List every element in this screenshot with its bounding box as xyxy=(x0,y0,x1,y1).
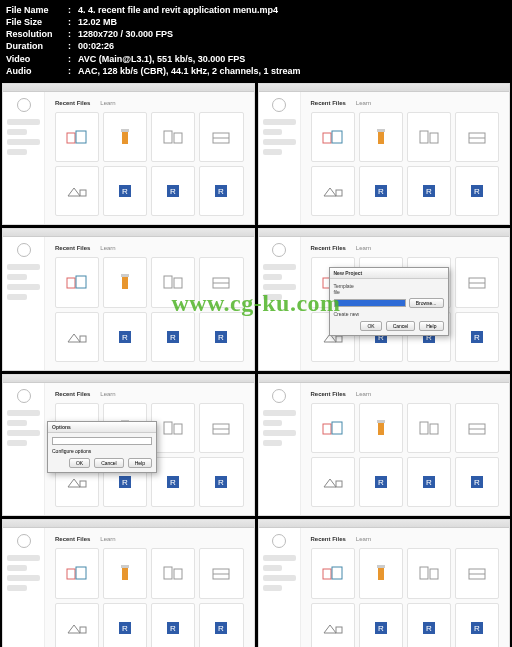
template-dropdown[interactable] xyxy=(334,299,406,307)
svg-marker-8 xyxy=(68,188,80,196)
svg-rect-36 xyxy=(164,276,172,288)
svg-rect-35 xyxy=(121,274,129,277)
svg-rect-20 xyxy=(420,131,428,143)
svg-rect-19 xyxy=(377,129,385,132)
svg-rect-16 xyxy=(323,133,331,143)
svg-text:R: R xyxy=(426,187,432,196)
svg-marker-88 xyxy=(324,479,336,487)
svg-rect-96 xyxy=(67,569,75,579)
ok-button[interactable]: OK xyxy=(69,458,90,468)
tile-sample-arch[interactable] xyxy=(55,112,99,162)
dialog-title: Options xyxy=(48,422,156,433)
svg-text:R: R xyxy=(426,624,432,633)
svg-marker-104 xyxy=(68,625,80,633)
tile-sample-systems[interactable] xyxy=(151,112,195,162)
video-label: Video xyxy=(6,53,68,65)
svg-text:R: R xyxy=(170,478,176,487)
svg-text:R: R xyxy=(474,624,480,633)
svg-rect-1 xyxy=(76,131,86,143)
frame-6: Recent FilesLearn R R R xyxy=(258,374,511,517)
svg-text:R: R xyxy=(170,187,176,196)
svg-rect-121 xyxy=(336,627,342,633)
svg-rect-82 xyxy=(378,421,384,435)
svg-text:R: R xyxy=(426,478,432,487)
sidebar-item[interactable] xyxy=(7,139,40,145)
filesize-value: 12.02 MB xyxy=(78,16,117,28)
tab-recent-files[interactable]: Recent Files xyxy=(55,100,90,106)
new-project-dialog: New Project Template file Browse... Crea… xyxy=(329,267,449,336)
svg-text:R: R xyxy=(474,333,480,342)
back-icon[interactable] xyxy=(17,98,31,112)
svg-rect-0 xyxy=(67,133,75,143)
svg-rect-105 xyxy=(80,627,86,633)
app-titlebar xyxy=(3,84,254,92)
svg-rect-18 xyxy=(378,130,384,144)
tile-mech-template[interactable]: R xyxy=(199,166,243,216)
cancel-button[interactable]: Cancel xyxy=(386,321,416,331)
svg-rect-83 xyxy=(377,420,385,423)
svg-text:R: R xyxy=(219,624,225,633)
help-button[interactable]: Help xyxy=(419,321,443,331)
svg-text:R: R xyxy=(122,333,128,342)
tab-learn[interactable]: Learn xyxy=(100,100,115,106)
sidebar-item[interactable] xyxy=(7,119,40,125)
media-info-block: File Name:4. 4. recent file and revit ap… xyxy=(0,0,512,81)
sidebar-item[interactable] xyxy=(7,129,27,135)
tile-sample-family[interactable] xyxy=(199,112,243,162)
frame-3: Recent FilesLearn R R R xyxy=(2,228,255,371)
svg-marker-40 xyxy=(68,334,80,342)
svg-text:R: R xyxy=(170,624,176,633)
ok-button[interactable]: OK xyxy=(360,321,381,331)
tile-urban-house[interactable] xyxy=(55,166,99,216)
sidebar-item[interactable] xyxy=(7,149,27,155)
svg-rect-112 xyxy=(323,569,331,579)
frame-4: Recent FilesLearn R R R New Project Temp… xyxy=(258,228,511,371)
svg-marker-24 xyxy=(324,188,336,196)
help-button[interactable]: Help xyxy=(128,458,152,468)
svg-rect-69 xyxy=(174,424,182,434)
svg-rect-2 xyxy=(122,130,128,144)
tile-construction[interactable]: R xyxy=(103,166,147,216)
svg-rect-4 xyxy=(164,131,172,143)
svg-rect-57 xyxy=(336,336,342,342)
svg-rect-117 xyxy=(430,569,438,579)
svg-text:R: R xyxy=(170,333,176,342)
svg-text:R: R xyxy=(474,478,480,487)
frame-8: Recent FilesLearn R R R xyxy=(258,519,511,647)
svg-rect-33 xyxy=(76,276,86,288)
svg-rect-41 xyxy=(80,336,86,342)
svg-rect-100 xyxy=(164,567,172,579)
filename-value: 4. 4. recent file and revit application … xyxy=(78,4,278,16)
svg-rect-116 xyxy=(420,567,428,579)
frame-5: Recent FilesLearn R R R Options Configur… xyxy=(2,374,255,517)
filesize-label: File Size xyxy=(6,16,68,28)
svg-rect-98 xyxy=(122,566,128,580)
tile-sample-struct[interactable] xyxy=(103,112,147,162)
svg-rect-81 xyxy=(332,422,342,434)
browse-button[interactable]: Browse... xyxy=(409,298,444,308)
svg-rect-32 xyxy=(67,278,75,288)
svg-text:R: R xyxy=(219,333,225,342)
svg-rect-101 xyxy=(174,569,182,579)
recent-tiles: R R R xyxy=(55,112,244,217)
tile-struct-template[interactable]: R xyxy=(151,166,195,216)
svg-rect-89 xyxy=(336,481,342,487)
frame-7: Recent FilesLearn R R R xyxy=(2,519,255,647)
filename-label: File Name xyxy=(6,4,68,16)
svg-rect-73 xyxy=(80,481,86,487)
audio-label: Audio xyxy=(6,65,68,77)
svg-rect-85 xyxy=(430,424,438,434)
svg-rect-115 xyxy=(377,565,385,568)
frame-2: Recent FilesLearn R R R xyxy=(258,83,511,226)
duration-value: 00:02:26 xyxy=(78,40,114,52)
svg-marker-72 xyxy=(68,479,80,487)
svg-marker-120 xyxy=(324,625,336,633)
svg-text:R: R xyxy=(378,478,384,487)
svg-rect-21 xyxy=(430,133,438,143)
svg-rect-34 xyxy=(122,275,128,289)
resolution-label: Resolution xyxy=(6,28,68,40)
svg-rect-99 xyxy=(121,565,129,568)
svg-rect-84 xyxy=(420,422,428,434)
svg-text:R: R xyxy=(122,624,128,633)
cancel-button[interactable]: Cancel xyxy=(94,458,124,468)
